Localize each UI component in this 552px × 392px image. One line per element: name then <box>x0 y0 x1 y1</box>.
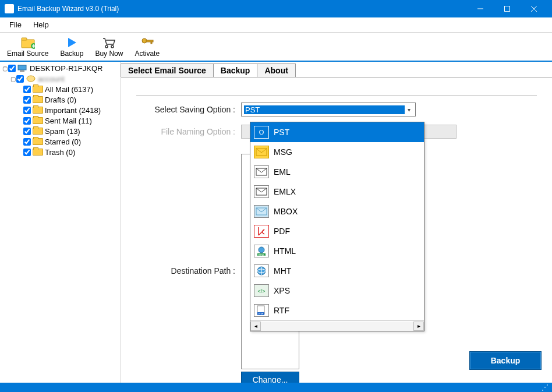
tree-folder[interactable]: All Mail (6137) <box>1 84 119 94</box>
tree-folder[interactable]: Starred (0) <box>1 136 119 147</box>
resize-grip-icon[interactable]: ⋰ <box>542 383 550 391</box>
toolbar-label: Email Source <box>7 50 48 58</box>
dropdown-option-html[interactable]: HTMLHTML <box>250 241 424 261</box>
dropdown-option-eml[interactable]: EML <box>250 162 424 182</box>
collapse-icon[interactable]: ▢ <box>9 76 16 82</box>
toolbar: Email Source Backup Buy Now Activate <box>0 33 552 62</box>
file-naming-label: File Naming Option : <box>136 127 235 136</box>
mbox-icon <box>254 205 269 218</box>
mail-account-icon <box>26 75 36 83</box>
dropdown-option-msg[interactable]: MSG <box>250 142 424 162</box>
dropdown-option-pst[interactable]: OPST <box>250 122 424 142</box>
folder-icon <box>33 148 43 156</box>
html-icon: HTML <box>254 245 269 257</box>
tree-root[interactable]: ▢ DESKTOP-R1FJKQR <box>1 63 119 73</box>
folder-icon <box>33 137 43 146</box>
folder-icon <box>33 85 43 93</box>
folder-tree: ▢ DESKTOP-R1FJKQR ▢ account All Mail (61… <box>0 62 121 383</box>
tree-folder[interactable]: Important (2418) <box>1 105 119 115</box>
tree-folder[interactable]: Trash (0) <box>1 147 119 157</box>
dropdown-option-xps[interactable]: </>XPS <box>250 281 424 301</box>
tree-account[interactable]: ▢ account <box>1 73 119 84</box>
pst-icon: O <box>254 126 269 139</box>
tree-folder[interactable]: Sent Mail (11) <box>1 115 119 126</box>
dropdown-option-rtf[interactable]: RTFRTF <box>250 301 424 320</box>
svg-point-17 <box>27 76 35 82</box>
tab-about[interactable]: About <box>257 63 295 77</box>
emlx-icon <box>254 185 269 198</box>
svg-point-22 <box>259 247 264 253</box>
svg-point-10 <box>105 45 108 48</box>
xps-icon: </> <box>254 284 269 297</box>
folder-icon <box>33 106 43 114</box>
tree-checkbox[interactable] <box>23 117 31 125</box>
dropdown-hscroll[interactable]: ◂ ▸ <box>250 320 424 331</box>
tree-label: DESKTOP-R1FJKQR <box>30 64 102 73</box>
dropdown-option-emlx[interactable]: EMLX <box>250 182 424 202</box>
toolbar-label: Buy Now <box>95 50 123 58</box>
computer-icon <box>17 64 28 72</box>
tab-select-source[interactable]: Select Email Source <box>121 63 214 77</box>
dropdown-option-mbox[interactable]: MBOX <box>250 202 424 221</box>
msg-icon <box>254 146 269 158</box>
dropdown-option-mht[interactable]: MHT <box>250 261 424 281</box>
tabstrip: Select Email Source Backup About <box>121 62 552 77</box>
destination-label: Destination Path : <box>136 266 235 276</box>
maximize-button[interactable] <box>494 0 521 17</box>
menubar: File Help <box>0 17 552 33</box>
scroll-track[interactable] <box>261 322 413 331</box>
collapse-icon[interactable]: ▢ <box>1 65 8 72</box>
tree-checkbox[interactable] <box>23 128 31 135</box>
tree-label: Starred (0) <box>45 137 81 146</box>
dropdown-option-pdf[interactable]: PDF <box>250 221 424 241</box>
key-icon <box>140 36 154 50</box>
tree-checkbox[interactable] <box>23 138 31 146</box>
svg-rect-16 <box>20 70 24 72</box>
play-icon <box>65 36 79 50</box>
menu-help[interactable]: Help <box>27 19 55 30</box>
menu-file[interactable]: File <box>3 19 27 30</box>
toolbar-label: Activate <box>135 50 160 58</box>
svg-marker-9 <box>68 38 76 47</box>
scroll-right-icon[interactable]: ▸ <box>413 322 424 331</box>
tree-checkbox[interactable] <box>23 86 31 93</box>
toolbar-buy-now[interactable]: Buy Now <box>90 34 128 59</box>
toolbar-activate[interactable]: Activate <box>130 34 164 59</box>
folder-icon <box>33 96 43 104</box>
minimize-button[interactable] <box>467 0 494 17</box>
toolbar-backup[interactable]: Backup <box>55 34 88 59</box>
eml-icon <box>254 165 269 178</box>
tree-checkbox[interactable] <box>8 65 16 72</box>
titlebar: Email Backup Wizard v3.0 (Trial) <box>0 0 552 17</box>
tree-label: Trash (0) <box>45 148 75 157</box>
svg-rect-1 <box>505 6 510 12</box>
divider <box>136 95 537 96</box>
folder-add-icon <box>21 36 35 50</box>
tree-label: account <box>38 75 65 83</box>
tree-checkbox[interactable] <box>23 96 31 104</box>
svg-rect-14 <box>151 42 152 44</box>
tree-label: Important (2418) <box>45 106 101 115</box>
saving-option-label: Select Saving Option : <box>136 105 235 114</box>
tree-folder[interactable]: Drafts (0) <box>1 94 119 105</box>
svg-text:HTML: HTML <box>259 253 266 256</box>
close-button[interactable] <box>521 0 547 17</box>
statusbar: ⋰ <box>0 383 552 392</box>
saving-option-dropdown[interactable]: OPST MSG EML EMLX MBOX PDF HTMLHTML MHT … <box>250 122 424 331</box>
dropdown-list[interactable]: OPST MSG EML EMLX MBOX PDF HTMLHTML MHT … <box>250 122 424 320</box>
tree-label: Spam (13) <box>45 127 80 136</box>
window-title: Email Backup Wizard v3.0 (Trial) <box>17 5 467 13</box>
mht-icon <box>254 264 269 277</box>
tab-backup[interactable]: Backup <box>213 63 258 77</box>
tree-folder[interactable]: Spam (13) <box>1 126 119 136</box>
toolbar-email-source[interactable]: Email Source <box>2 34 53 59</box>
saving-option-select[interactable]: PST ▾ <box>241 103 416 116</box>
tree-label: Sent Mail (11) <box>45 116 92 125</box>
tree-checkbox[interactable] <box>23 107 31 114</box>
tree-checkbox[interactable] <box>16 75 24 83</box>
chevron-down-icon: ▾ <box>405 107 413 113</box>
tree-checkbox[interactable] <box>23 149 31 156</box>
tree-label: All Mail (6137) <box>45 85 93 94</box>
backup-button[interactable]: Backup <box>469 351 542 370</box>
scroll-left-icon[interactable]: ◂ <box>250 322 261 331</box>
